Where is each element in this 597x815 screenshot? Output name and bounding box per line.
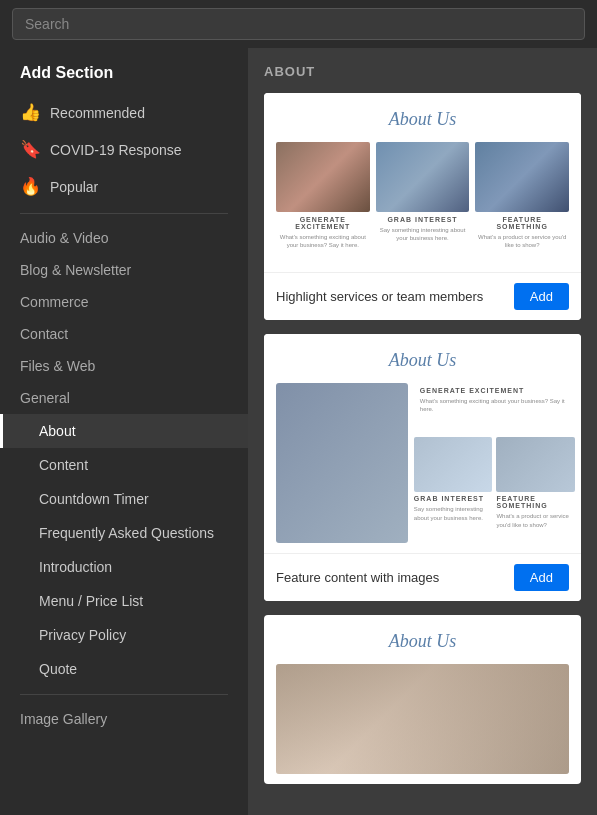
- bookmark-icon: 🔖: [20, 139, 40, 160]
- card1-text-1: Generate Excitement What's something exc…: [276, 212, 370, 254]
- sidebar-category-contact[interactable]: Contact: [0, 318, 248, 350]
- card2-title: About Us: [276, 350, 569, 371]
- content-header: ABOUT: [264, 64, 581, 79]
- card1-text-2: Grab Interest Say something interesting …: [376, 212, 470, 247]
- card1-preview: About Us Generate Excitement What's some…: [264, 93, 581, 272]
- thumbs-up-icon: 👍: [20, 102, 40, 123]
- card1-col-1: Generate Excitement What's something exc…: [276, 142, 370, 254]
- content-area: ABOUT About Us Generate Excitement What'…: [248, 48, 597, 815]
- sidebar-category-files[interactable]: Files & Web: [0, 350, 248, 382]
- card2-bottom-2: Feature Something What's a product or se…: [496, 437, 575, 543]
- card2-right-bottom: Grab Interest Say something interesting …: [414, 437, 575, 543]
- sidebar-item-popular[interactable]: 🔥 Popular: [0, 168, 248, 205]
- card1-columns: Generate Excitement What's something exc…: [276, 142, 569, 254]
- card1-desc-1: What's something exciting about your bus…: [278, 233, 368, 250]
- search-input[interactable]: [12, 8, 585, 40]
- search-bar: [0, 0, 597, 48]
- card2-add-button[interactable]: Add: [514, 564, 569, 591]
- sidebar-category-blog[interactable]: Blog & Newsletter: [0, 254, 248, 286]
- card1-label-1: Generate Excitement: [278, 216, 368, 230]
- card1-title: About Us: [276, 109, 569, 130]
- card1-desc-3: What's a product or service you'd like t…: [477, 233, 567, 250]
- sidebar-item-recommended[interactable]: 👍 Recommended: [0, 94, 248, 131]
- card1-img-1: [276, 142, 370, 212]
- card2-bottom-desc-2: What's a product or service you'd like t…: [496, 512, 575, 529]
- card2-footer: Feature content with images Add: [264, 553, 581, 601]
- sidebar-item-intro[interactable]: Introduction: [0, 550, 248, 584]
- card2-bottom-label-1: Grab Interest: [414, 495, 493, 502]
- card1-img-3: [475, 142, 569, 212]
- card2-bottom-img-2: [496, 437, 575, 492]
- card1-label-2: Grab Interest: [378, 216, 468, 223]
- card3-main-img: [276, 664, 569, 774]
- card1-text-3: Feature Something What's a product or se…: [475, 212, 569, 254]
- sidebar-item-about[interactable]: About: [0, 414, 248, 448]
- main-layout: Add Section 👍 Recommended 🔖 COVID-19 Res…: [0, 48, 597, 815]
- card1-col-2: Grab Interest Say something interesting …: [376, 142, 470, 254]
- card2-bottom-img-1: [414, 437, 493, 492]
- card1-label-3: Feature Something: [477, 216, 567, 230]
- card2-bottom-desc-1: Say something interesting about your bus…: [414, 505, 493, 522]
- sidebar-divider-1: [20, 213, 228, 214]
- sidebar-item-faq[interactable]: Frequently Asked Questions: [0, 516, 248, 550]
- card2-gen-label: Generate Excitement: [420, 387, 569, 394]
- sidebar-divider-2: [20, 694, 228, 695]
- card1-img-2: [376, 142, 470, 212]
- card2-left-img: [276, 383, 408, 543]
- about-card-3: About Us: [264, 615, 581, 784]
- card1-desc-2: Say something interesting about your bus…: [378, 226, 468, 243]
- card2-bottom-label-2: Feature Something: [496, 495, 575, 509]
- sidebar-item-menu[interactable]: Menu / Price List: [0, 584, 248, 618]
- sidebar-category-general[interactable]: General: [0, 382, 248, 414]
- about-card-2: About Us Generate Excitement What's some…: [264, 334, 581, 601]
- sidebar-item-countdown[interactable]: Countdown Timer: [0, 482, 248, 516]
- card2-gen-desc: What's something exciting about your bus…: [420, 397, 569, 414]
- fire-icon: 🔥: [20, 176, 40, 197]
- sidebar-recommended-label: Recommended: [50, 105, 145, 121]
- sidebar-item-quote[interactable]: Quote: [0, 652, 248, 686]
- card3-preview: About Us: [264, 615, 581, 784]
- sidebar-category-commerce[interactable]: Commerce: [0, 286, 248, 318]
- about-card-1: About Us Generate Excitement What's some…: [264, 93, 581, 320]
- sidebar-category-audio[interactable]: Audio & Video: [0, 222, 248, 254]
- sidebar: Add Section 👍 Recommended 🔖 COVID-19 Res…: [0, 48, 248, 815]
- card1-add-button[interactable]: Add: [514, 283, 569, 310]
- card2-right-top: Generate Excitement What's something exc…: [414, 383, 575, 432]
- card2-footer-label: Feature content with images: [276, 570, 439, 585]
- sidebar-item-covid[interactable]: 🔖 COVID-19 Response: [0, 131, 248, 168]
- card2-bottom-1: Grab Interest Say something interesting …: [414, 437, 493, 543]
- card1-col-3: Feature Something What's a product or se…: [475, 142, 569, 254]
- card3-title: About Us: [276, 631, 569, 652]
- sidebar-item-privacy[interactable]: Privacy Policy: [0, 618, 248, 652]
- card2-preview: About Us Generate Excitement What's some…: [264, 334, 581, 553]
- sidebar-category-image-gallery[interactable]: Image Gallery: [0, 703, 248, 735]
- sidebar-popular-label: Popular: [50, 179, 98, 195]
- card1-footer: Highlight services or team members Add: [264, 272, 581, 320]
- sidebar-covid-label: COVID-19 Response: [50, 142, 182, 158]
- sidebar-sub-items: About Content Countdown Timer Frequently…: [0, 414, 248, 686]
- card1-footer-label: Highlight services or team members: [276, 289, 483, 304]
- sidebar-item-content[interactable]: Content: [0, 448, 248, 482]
- sidebar-title: Add Section: [0, 60, 248, 94]
